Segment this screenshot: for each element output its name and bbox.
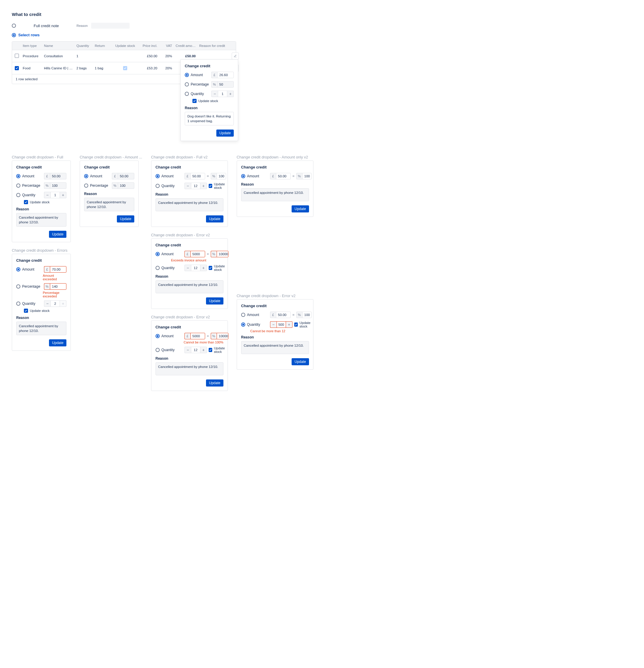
quantity-value[interactable]: 12 [191,183,200,189]
amount-field[interactable]: £ 26.60 [211,72,234,78]
percentage-field[interactable]: % 50 [211,81,234,88]
quantity-option[interactable]: Quantity [16,193,35,197]
amount-option[interactable]: Amount [84,174,102,178]
quantity-value[interactable]: 1 [50,192,60,198]
update-button[interactable]: Update [206,379,223,386]
amount-field[interactable]: £5000 [184,251,205,257]
reason-textarea[interactable]: Cancelled appointment by phone 12/10. [84,198,134,211]
amount-field[interactable]: £50.00 [270,312,291,318]
reason-textarea[interactable]: Cancelled appointment by phone 12/10. [241,188,309,201]
percentage-input[interactable]: 100 [118,182,134,189]
amount-input[interactable]: 50.00 [276,173,291,179]
reason-textarea[interactable]: Cancelled appointment by phone 12/10. [155,198,223,211]
amount-option[interactable]: Amount [155,174,182,178]
amount-field[interactable]: £50.00 [184,173,205,179]
minus-button[interactable]: − [184,265,191,271]
edit-button[interactable] [232,52,239,60]
select-rows-option[interactable]: Select rows [12,33,248,37]
amount-input[interactable]: 50.00 [276,312,291,318]
percentage-field[interactable]: %140 [44,283,66,290]
amount-field[interactable]: £50.00 [270,173,291,179]
minus-button[interactable]: − [211,91,218,97]
update-button[interactable]: Update [49,339,66,346]
quantity-stepper[interactable]: −2+ [44,300,66,307]
percentage-field[interactable]: %10000 [211,333,228,339]
amount-input[interactable]: 50.00 [190,173,205,179]
update-stock-checkbox[interactable] [209,348,212,352]
quantity-stepper[interactable]: −12+ [184,347,207,353]
reason-textarea[interactable]: Cancelled appointment by phone 12/10. [16,213,66,227]
plus-button[interactable]: + [286,321,293,328]
percentage-input[interactable]: 100 [50,182,66,189]
reason-textarea[interactable]: Dog doesn't like it. Returning 1 unopene… [185,112,234,125]
plus-button[interactable]: + [200,265,207,271]
plus-button[interactable]: + [200,183,207,189]
quantity-value[interactable]: 500 [276,321,286,328]
percentage-input[interactable]: 100 [302,173,312,179]
amount-input[interactable]: 50.00 [50,173,66,179]
percentage-input[interactable]: 140 [50,283,66,290]
amount-field[interactable]: £70.00 [44,266,66,273]
update-button[interactable]: Update [49,231,66,238]
percentage-option[interactable]: Percentage [185,82,209,87]
amount-input[interactable]: 50.00 [118,173,134,179]
quantity-stepper[interactable]: −12+ [184,183,207,189]
quantity-value[interactable]: 12 [191,347,200,353]
quantity-option[interactable]: Quantity [155,266,182,270]
amount-input[interactable]: 70.00 [50,266,66,273]
percentage-input[interactable]: 10000 [216,333,228,339]
plus-button[interactable]: + [60,192,66,198]
update-stock-checkbox[interactable] [209,184,212,188]
row-checkbox[interactable] [15,54,19,58]
update-button[interactable]: Update [291,206,309,212]
amount-option[interactable]: Amount [185,73,203,77]
minus-button[interactable]: − [184,347,191,353]
update-stock-checkbox[interactable] [209,266,212,270]
quantity-value[interactable]: 12 [191,265,200,271]
percentage-field[interactable]: %100 [296,173,312,179]
quantity-stepper[interactable]: −12+ [184,265,207,271]
reason-textarea[interactable]: Cancelled appointment by phone 12/10. [241,341,309,354]
quantity-value[interactable]: 2 [50,300,60,307]
reason-textarea[interactable]: Cancelled appointment by phone 12/10. [155,362,223,375]
amount-input[interactable]: 5000 [190,333,205,339]
percentage-input[interactable]: 100 [302,312,312,318]
update-stock-checkbox[interactable] [192,99,197,103]
amount-field[interactable]: £50.00 [44,173,66,179]
reason-textarea[interactable]: Cancelled appointment by phone 12/10. [16,322,66,335]
quantity-option[interactable]: Quantity [185,92,204,96]
percentage-option[interactable]: Percentage [16,285,40,289]
amount-input[interactable]: 26.60 [217,72,234,78]
percentage-option[interactable]: Percentage [84,183,108,188]
plus-button[interactable]: + [227,91,234,97]
percentage-field[interactable]: %10000 [211,251,228,257]
percentage-option[interactable]: Percentage [16,183,40,188]
minus-button[interactable]: − [270,321,276,328]
row-checkbox[interactable] [15,66,19,70]
quantity-stepper[interactable]: −1+ [44,192,66,198]
plus-button[interactable]: + [60,300,66,307]
percentage-input[interactable]: 100 [216,173,226,179]
full-credit-option[interactable]: Full credit note Reason [12,23,248,29]
percentage-field[interactable]: %100 [211,173,226,179]
quantity-option[interactable]: Quantity [155,184,182,188]
quantity-value[interactable]: 1 [218,91,227,97]
amount-option[interactable]: Amount [241,174,268,178]
amount-option[interactable]: Amount [16,174,34,178]
amount-option[interactable]: Amount [155,252,182,256]
update-button[interactable]: Update [206,298,223,304]
quantity-option[interactable]: Quantity [241,322,268,327]
percentage-field[interactable]: %100 [44,182,66,189]
update-button[interactable]: Update [117,215,134,223]
percentage-field[interactable]: %100 [296,312,312,318]
percentage-field[interactable]: %100 [112,182,134,189]
minus-button[interactable]: − [44,192,50,198]
amount-option[interactable]: Amount [155,334,182,338]
percentage-input[interactable]: 10000 [216,251,228,257]
update-stock-checkbox[interactable] [24,200,28,204]
percentage-input[interactable]: 50 [217,81,234,88]
quantity-stepper[interactable]: −500+ [270,321,293,328]
plus-button[interactable]: + [200,347,207,353]
update-button[interactable]: Update [291,358,309,365]
update-button[interactable]: Update [216,130,234,137]
